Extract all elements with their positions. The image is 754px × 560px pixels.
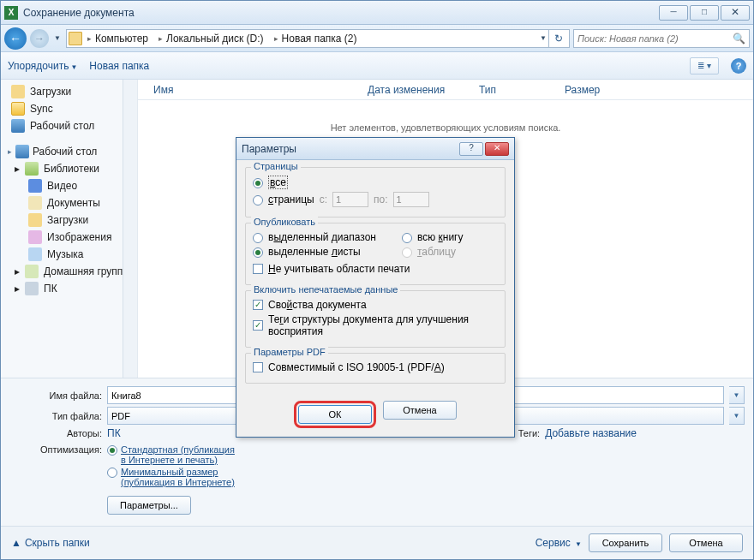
empty-message: Нет элементов, удовлетворяющих условиям … — [138, 122, 753, 133]
radio-table: таблицу — [402, 246, 464, 258]
refresh-icon[interactable]: ↻ — [548, 29, 567, 48]
sidebar-head-libraries[interactable]: ▸Библиотеки — [1, 160, 137, 177]
toolbar: Упорядочить▼ Новая папка ≣ ▾ ? — [1, 52, 753, 80]
nav-back-button[interactable]: ← — [4, 27, 27, 50]
chk-ignore-print[interactable]: Не учитывать области печати — [253, 263, 498, 275]
crumb-disk[interactable]: ▸Локальный диск (D:) — [153, 33, 269, 45]
opt-standard-radio[interactable]: Стандартная (публикация в Интернете и пе… — [107, 444, 241, 465]
col-name[interactable]: Имя — [147, 84, 361, 96]
sidebar-item-images[interactable]: Изображения — [1, 229, 137, 246]
column-headers[interactable]: Имя Дата изменения Тип Размер — [138, 80, 753, 100]
organize-menu[interactable]: Упорядочить▼ — [8, 60, 77, 72]
close-button[interactable]: ✕ — [721, 5, 750, 21]
help-button[interactable]: ? — [731, 58, 746, 74]
breadcrumb[interactable]: ▸Компьютер ▸Локальный диск (D:) ▸Новая п… — [66, 29, 570, 48]
radio-whole-book[interactable]: всю книгу — [402, 231, 464, 243]
excel-icon: X — [4, 6, 18, 20]
filename-dropdown[interactable]: ▼ — [729, 386, 745, 404]
crumb-folder[interactable]: ▸Новая папка (2) — [269, 33, 362, 45]
sidebar-item-pc[interactable]: ▸ПК — [1, 280, 137, 297]
navbar: ← → ▼ ▸Компьютер ▸Локальный диск (D:) ▸Н… — [1, 25, 753, 52]
radio-icon — [107, 468, 117, 478]
modal-title: Параметры — [242, 143, 296, 155]
group-publish: Опубликовать выделенный диапазон выделен… — [245, 223, 506, 285]
modal-help-button[interactable]: ? — [459, 142, 483, 156]
sidebar: Загрузки Sync Рабочий стол ▸Рабочий стол… — [1, 80, 138, 378]
chk-struct-tags[interactable]: Теги структуры документа для улучшения в… — [253, 313, 498, 337]
from-spinner[interactable]: 1 — [332, 192, 368, 207]
view-mode-button[interactable]: ≣ ▾ — [690, 57, 719, 74]
search-input[interactable] — [577, 33, 733, 44]
filetype-dropdown[interactable]: ▼ — [729, 407, 745, 425]
col-type[interactable]: Тип — [472, 84, 558, 96]
maximize-button[interactable]: □ — [690, 5, 719, 21]
group-nonprint: Включить непечатаемые данные Свойства до… — [245, 290, 506, 348]
cancel-button[interactable]: Отмена — [669, 533, 743, 552]
chk-doc-props[interactable]: Свойства документа — [253, 299, 498, 311]
titlebar: X Сохранение документа ─ □ ✕ — [1, 1, 753, 25]
sidebar-item-music[interactable]: Музыка — [1, 246, 137, 263]
sidebar-scrollbar[interactable] — [123, 80, 137, 378]
crumb-computer[interactable]: ▸Компьютер — [82, 33, 153, 45]
tags-value[interactable]: Добавьте название — [545, 427, 637, 439]
footer: ▲Скрыть папки Сервис ▼ Сохранить Отмена — [1, 526, 753, 559]
to-spinner[interactable]: 1 — [393, 192, 429, 207]
radio-page-range[interactable]: страницы с: 1 по: 1 — [253, 192, 498, 207]
breadcrumb-dropdown[interactable]: ▼ — [540, 34, 547, 42]
radio-sel-range[interactable]: выделенный диапазон — [253, 231, 376, 243]
sidebar-item-desktop-fav[interactable]: Рабочий стол — [1, 117, 137, 134]
tags-label: Теги: — [518, 428, 540, 438]
modal-close-button[interactable]: ✕ — [485, 142, 509, 156]
filetype-label: Тип файла: — [9, 411, 102, 421]
chk-iso[interactable]: Совместимый с ISO 19005-1 (PDF/A) — [253, 361, 498, 373]
new-folder-button[interactable]: Новая папка — [89, 60, 149, 72]
modal-ok-button[interactable]: ОК — [298, 405, 372, 424]
ok-highlight-annotation: ОК — [294, 401, 376, 428]
parameters-dialog: Параметры ? ✕ Страницы все страницы с: 1… — [236, 137, 515, 438]
group-pages: Страницы все страницы с: 1 по: 1 — [245, 167, 506, 217]
nav-forward-button[interactable]: → — [30, 29, 49, 48]
nav-history-dropdown[interactable]: ▼ — [54, 34, 61, 42]
radio-sel-sheets[interactable]: выделенные листы — [253, 246, 376, 258]
sidebar-head-desktop[interactable]: ▸Рабочий стол — [1, 143, 137, 160]
sidebar-item-homegroup[interactable]: ▸Домашняя групп — [1, 263, 137, 280]
radio-icon — [107, 445, 117, 456]
modal-titlebar: Параметры ? ✕ — [236, 138, 514, 160]
window-title: Сохранение документа — [23, 7, 135, 19]
authors-label: Авторы: — [9, 428, 102, 438]
radio-all-pages[interactable]: все — [253, 176, 498, 189]
tools-menu[interactable]: Сервис ▼ — [536, 537, 582, 549]
sidebar-item-documents[interactable]: Документы — [1, 194, 137, 211]
search-icon[interactable]: 🔍 — [733, 33, 745, 45]
hide-folders-link[interactable]: ▲Скрыть папки — [11, 537, 90, 549]
modal-cancel-button[interactable]: Отмена — [383, 401, 457, 420]
parameters-button[interactable]: Параметры... — [107, 496, 191, 515]
sidebar-item-sync[interactable]: Sync — [1, 100, 137, 117]
search-box[interactable]: 🔍 — [573, 29, 750, 48]
sidebar-item-downloads[interactable]: Загрузки — [1, 83, 137, 100]
col-size[interactable]: Размер — [558, 84, 607, 96]
filename-label: Имя файла: — [9, 390, 102, 401]
sidebar-item-video[interactable]: Видео — [1, 177, 137, 194]
group-pdf: Параметры PDF Совместимый с ISO 19005-1 … — [245, 353, 506, 384]
sidebar-item-downloads2[interactable]: Загрузки — [1, 211, 137, 229]
optimization-label: Оптимизация: — [9, 444, 102, 455]
save-button[interactable]: Сохранить — [589, 533, 662, 552]
opt-minimal-radio[interactable]: Минимальный размер (публикация в Интерне… — [107, 467, 241, 487]
folder-icon — [69, 32, 82, 45]
minimize-button[interactable]: ─ — [659, 5, 688, 21]
authors-value[interactable]: ПК — [107, 427, 227, 439]
col-date[interactable]: Дата изменения — [361, 84, 472, 96]
